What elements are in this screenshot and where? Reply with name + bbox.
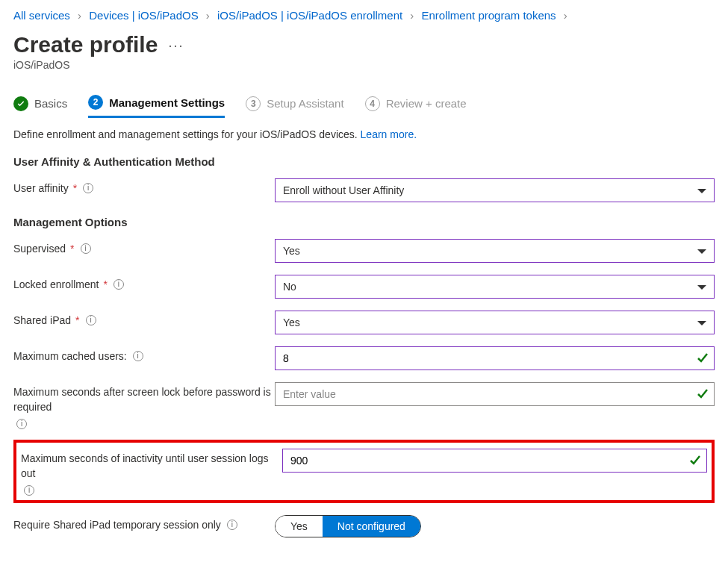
page-subtitle: iOS/iPadOS: [13, 59, 715, 71]
label-max-cached-users: Maximum cached users: i: [13, 346, 275, 364]
label-max-seconds-lock: Maximum seconds after screen lock before…: [13, 382, 275, 428]
temp-session-toggle[interactable]: Yes Not configured: [275, 515, 421, 537]
select-value: No: [283, 281, 296, 293]
required-icon: *: [103, 278, 107, 293]
info-icon[interactable]: i: [86, 315, 96, 325]
info-icon[interactable]: i: [83, 183, 93, 193]
step-number-icon: 4: [365, 96, 380, 111]
step-number-icon: 2: [88, 95, 103, 110]
step-number-icon: 3: [246, 96, 261, 111]
info-icon[interactable]: i: [81, 243, 91, 254]
chevron-icon: ›: [564, 9, 567, 22]
locked-enrollment-select[interactable]: No: [275, 275, 715, 299]
label-locked-enrollment: Locked enrollment* i: [13, 275, 275, 293]
tab-label: Review + create: [386, 97, 467, 110]
max-seconds-lock-input[interactable]: [275, 382, 715, 406]
info-icon[interactable]: i: [113, 279, 124, 290]
breadcrumb: All services › Devices | iOS/iPadOS › iO…: [13, 9, 715, 22]
step-tabs: Basics 2 Management Settings 3 Setup Ass…: [13, 95, 715, 118]
breadcrumb-item-2[interactable]: iOS/iPadOS | iOS/iPadOS enrollment: [217, 9, 402, 22]
breadcrumb-item-1[interactable]: Devices | iOS/iPadOS: [89, 9, 198, 22]
check-circle-icon: [13, 96, 28, 111]
more-commands-icon[interactable]: ···: [168, 33, 184, 52]
select-value: Yes: [283, 317, 300, 328]
required-icon: *: [70, 242, 74, 257]
label-supervised: Supervised* i: [13, 239, 275, 257]
check-icon: [689, 455, 701, 467]
max-cached-users-input[interactable]: [275, 346, 715, 370]
required-icon: *: [75, 314, 79, 328]
info-icon[interactable]: i: [133, 351, 143, 361]
breadcrumb-item-3[interactable]: Enrollment program tokens: [422, 9, 556, 22]
highlighted-field: Maximum seconds of inactivity until user…: [13, 440, 715, 503]
section-heading-auth: User Affinity & Authentication Method: [13, 155, 715, 168]
breadcrumb-item-0[interactable]: All services: [13, 9, 70, 22]
chevron-icon: ›: [410, 9, 414, 22]
tab-label: Setup Assistant: [267, 97, 343, 110]
check-icon: [697, 352, 709, 364]
toggle-option-not-configured[interactable]: Not configured: [323, 516, 420, 537]
tab-label: Management Settings: [109, 96, 225, 109]
label-shared-ipad: Shared iPad* i: [13, 311, 275, 328]
intro-body: Define enrollment and management setting…: [13, 128, 361, 140]
intro-text: Define enrollment and management setting…: [13, 128, 715, 140]
info-icon[interactable]: i: [16, 419, 27, 429]
toggle-option-yes[interactable]: Yes: [276, 516, 323, 537]
user-affinity-select[interactable]: Enroll without User Affinity: [275, 178, 715, 202]
tab-setup-assistant[interactable]: 3 Setup Assistant: [246, 96, 343, 117]
learn-more-link[interactable]: Learn more.: [361, 128, 417, 140]
tab-basics[interactable]: Basics: [13, 96, 67, 117]
info-icon[interactable]: i: [24, 485, 34, 496]
required-icon: *: [73, 181, 77, 196]
section-heading-mgmt: Management Options: [13, 216, 715, 228]
chevron-icon: ›: [206, 9, 210, 22]
label-temp-session: Require Shared iPad temporary session on…: [13, 515, 275, 533]
tab-review-create[interactable]: 4 Review + create: [365, 96, 467, 117]
max-inactivity-input[interactable]: [282, 449, 707, 473]
tab-management-settings[interactable]: 2 Management Settings: [88, 95, 225, 118]
supervised-select[interactable]: Yes: [275, 239, 715, 263]
check-icon: [697, 388, 709, 400]
select-value: Yes: [283, 245, 300, 257]
shared-ipad-select[interactable]: Yes: [275, 311, 715, 334]
page-title: Create profile: [13, 32, 158, 57]
chevron-icon: ›: [78, 9, 81, 22]
tab-label: Basics: [34, 97, 67, 110]
info-icon[interactable]: i: [227, 520, 237, 530]
select-value: Enroll without User Affinity: [283, 184, 404, 196]
label-user-affinity: User affinity* i: [13, 178, 275, 196]
label-max-inactivity: Maximum seconds of inactivity until user…: [21, 449, 282, 494]
